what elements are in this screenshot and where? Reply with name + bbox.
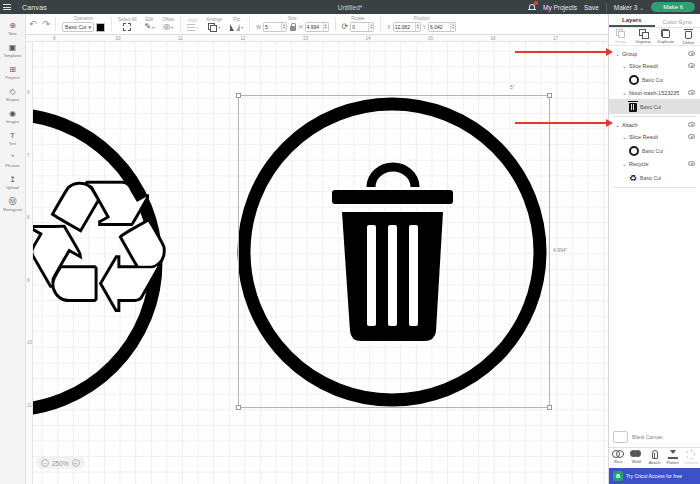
make-it-button[interactable]: Make It [651, 2, 695, 12]
rotate-stepper[interactable]: ▲▼ [368, 23, 373, 31]
visibility-eye-icon[interactable] [688, 122, 695, 127]
height-input[interactable] [306, 23, 323, 31]
selection-handle[interactable] [236, 93, 241, 98]
group-layers-button: Group [609, 29, 632, 44]
operation-dropdown[interactable]: Basic Cut ▾ [62, 22, 94, 32]
flip-button[interactable]: ▾ [230, 23, 243, 31]
selection-box[interactable] [238, 95, 550, 408]
rotate-input[interactable] [351, 23, 368, 31]
chevron-down-icon[interactable]: ⌄ [615, 51, 620, 57]
sidebar-item-shapes[interactable]: ◇Shapes [0, 84, 26, 106]
height-stepper[interactable]: ▲▼ [323, 23, 328, 31]
layer-row[interactable]: Basic Cut [609, 72, 700, 87]
weld-button[interactable]: Weld [627, 450, 645, 465]
tab-color-sync[interactable]: Color Sync [655, 19, 700, 27]
canvas-grid[interactable]: ♻ 5" 4.994" − 250% + [26, 35, 608, 484]
align-label: Align [188, 18, 198, 23]
select-all-button[interactable] [123, 23, 131, 31]
slice-button[interactable]: Slice [609, 450, 627, 465]
hamburger-menu-icon[interactable] [0, 0, 14, 14]
rotate-icon[interactable]: ⟳ [342, 23, 349, 31]
my-projects-link[interactable]: My Projects [543, 4, 577, 11]
sidebar-item-text[interactable]: TText [0, 128, 26, 150]
sidebar-item-phrases[interactable]: ”Phrases [0, 150, 26, 172]
width-field[interactable]: ▲▼ [263, 22, 287, 32]
selection-height-label: 4.994" [553, 247, 567, 253]
flatten-button[interactable]: Flatten [664, 450, 682, 465]
rotate-field[interactable]: ▲▼ [350, 22, 374, 32]
selection-handle[interactable] [547, 93, 552, 98]
sidebar-item-monogram[interactable]: ⓂMonogram [0, 194, 26, 216]
visibility-eye-icon[interactable] [688, 90, 695, 95]
sidebar-item-templates[interactable]: ▣Templates [0, 40, 26, 62]
sidebar-item-label: Projects [5, 75, 19, 80]
y-position-input[interactable] [429, 23, 450, 31]
layer-group-row[interactable]: ⌄Slice Result [609, 60, 700, 72]
redo-button[interactable]: ↷ [40, 19, 54, 29]
layer-row[interactable]: Basic Cut [609, 143, 700, 158]
sidebar-item-label: Templates [3, 53, 21, 58]
layer-group-row[interactable]: ⌄Recycle [609, 158, 700, 170]
visibility-eye-icon[interactable] [688, 63, 695, 68]
layer-row[interactable]: Basic Cut [609, 99, 700, 114]
layer-group-row[interactable]: ⌄Group [609, 48, 700, 60]
sidebar-item-new[interactable]: ⊕New [0, 18, 26, 40]
shapes-icon: ◇ [9, 87, 15, 96]
sidebar-item-images[interactable]: ◉Images [0, 106, 26, 128]
tab-layers[interactable]: Layers [609, 17, 655, 27]
delete-layers-button[interactable]: Delete [677, 28, 700, 45]
width-label: W [256, 24, 261, 30]
notifications-bell-icon[interactable] [528, 3, 536, 12]
edit-button[interactable]: ✎▾ [145, 23, 155, 31]
blank-canvas-swatch[interactable] [613, 431, 628, 443]
arrange-button[interactable]: ▾ [208, 23, 220, 32]
height-field[interactable]: ▲▼ [305, 22, 329, 32]
cricut-access-banner[interactable]: a Try Cricut Access for free [609, 468, 700, 484]
recycle-arrows-shape[interactable]: ♻ [26, 144, 178, 351]
visibility-eye-icon[interactable] [688, 51, 695, 56]
sidebar-item-projects[interactable]: ⊞Projects [0, 62, 26, 84]
y-position-field[interactable]: ▲▼ [428, 22, 456, 32]
cricut-design-space-window: Canvas Untitled* My Projects Save Maker … [0, 0, 700, 484]
layer-group-row[interactable]: ⌄Noun-trash-1523235 [609, 87, 700, 99]
circle-thumbnail-icon [629, 75, 639, 85]
offset-icon: ◎ [163, 23, 170, 31]
tool-label: Attach [649, 460, 660, 465]
duplicate-layers-button[interactable]: Duplicate [655, 29, 678, 44]
offset-button[interactable]: ◎▾ [163, 23, 173, 31]
edit-toolbar: ↶ ↷ Operation Basic Cut ▾ Select All Edi… [26, 14, 608, 35]
sidebar-item-upload[interactable]: ↥Upload [0, 172, 26, 194]
visibility-eye-icon[interactable] [688, 134, 695, 139]
zoom-out-button[interactable]: − [41, 459, 49, 467]
chevron-down-icon[interactable]: ⌄ [622, 134, 627, 140]
undo-button[interactable]: ↶ [26, 19, 40, 29]
chevron-down-icon[interactable]: ⌄ [622, 63, 627, 69]
machine-selector[interactable]: Maker 3 ⌄ [614, 4, 645, 11]
width-stepper[interactable]: ▲▼ [281, 23, 286, 31]
x-position-field[interactable]: ▲▼ [393, 22, 421, 32]
action-label: Group [615, 39, 626, 44]
chevron-down-icon[interactable]: ⌄ [622, 90, 627, 96]
y-label: Y [423, 24, 426, 30]
ungroup-layers-button[interactable]: Ungroup [632, 29, 655, 44]
chevron-down-icon[interactable]: ⌄ [615, 122, 620, 128]
width-input[interactable] [264, 23, 281, 31]
layer-row[interactable]: ♻Basic Cut [609, 170, 700, 185]
attach-button[interactable]: Attach [645, 450, 663, 465]
zoom-in-button[interactable]: + [72, 459, 80, 467]
chevron-down-icon[interactable]: ⌄ [622, 161, 627, 167]
ruler-tick-label: 16 [491, 36, 496, 41]
visibility-eye-icon[interactable] [688, 161, 695, 166]
selection-handle[interactable] [547, 405, 552, 410]
x-position-input[interactable] [394, 23, 415, 31]
images-icon: ◉ [9, 109, 16, 118]
color-swatch[interactable] [96, 23, 105, 32]
layer-group-row[interactable]: ⌄Slice Result [609, 131, 700, 143]
x-stepper[interactable]: ▲▼ [415, 23, 420, 31]
save-link[interactable]: Save [584, 4, 599, 11]
annotation-arrow-attach [515, 122, 607, 124]
y-stepper[interactable]: ▲▼ [450, 23, 455, 31]
lock-icon[interactable] [290, 26, 296, 31]
selection-handle[interactable] [236, 405, 241, 410]
layer-group-row[interactable]: ⌄Attach [609, 119, 700, 131]
